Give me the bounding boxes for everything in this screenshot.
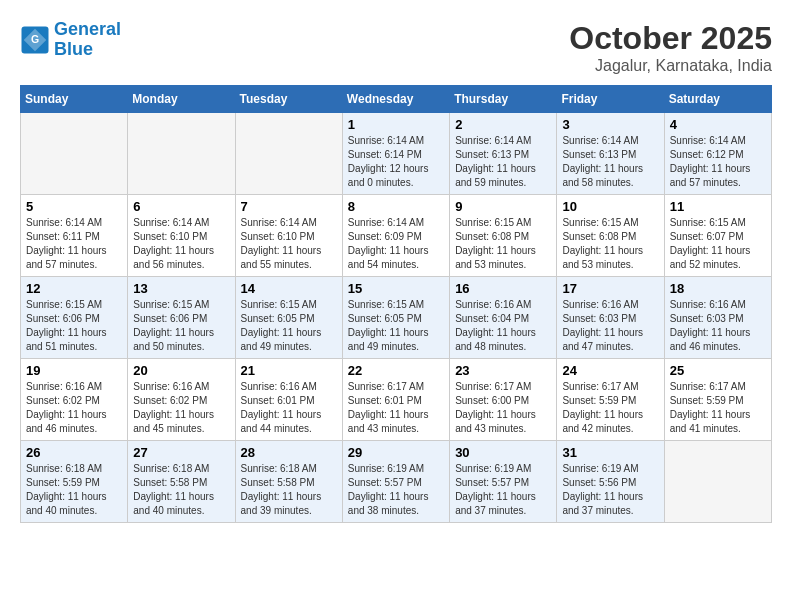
calendar-cell: [235, 113, 342, 195]
day-number: 28: [241, 445, 337, 460]
calendar-cell: 8Sunrise: 6:14 AM Sunset: 6:09 PM Daylig…: [342, 195, 449, 277]
day-number: 5: [26, 199, 122, 214]
calendar-table: SundayMondayTuesdayWednesdayThursdayFrid…: [20, 85, 772, 523]
day-info: Sunrise: 6:14 AM Sunset: 6:11 PM Dayligh…: [26, 216, 122, 272]
day-info: Sunrise: 6:14 AM Sunset: 6:09 PM Dayligh…: [348, 216, 444, 272]
day-info: Sunrise: 6:15 AM Sunset: 6:08 PM Dayligh…: [455, 216, 551, 272]
calendar-cell: 11Sunrise: 6:15 AM Sunset: 6:07 PM Dayli…: [664, 195, 771, 277]
calendar-cell: 17Sunrise: 6:16 AM Sunset: 6:03 PM Dayli…: [557, 277, 664, 359]
day-number: 30: [455, 445, 551, 460]
day-number: 15: [348, 281, 444, 296]
calendar-cell: 24Sunrise: 6:17 AM Sunset: 5:59 PM Dayli…: [557, 359, 664, 441]
calendar-cell: 3Sunrise: 6:14 AM Sunset: 6:13 PM Daylig…: [557, 113, 664, 195]
weekday-header: Monday: [128, 86, 235, 113]
day-info: Sunrise: 6:17 AM Sunset: 5:59 PM Dayligh…: [670, 380, 766, 436]
day-info: Sunrise: 6:14 AM Sunset: 6:14 PM Dayligh…: [348, 134, 444, 190]
day-info: Sunrise: 6:17 AM Sunset: 6:01 PM Dayligh…: [348, 380, 444, 436]
weekday-header: Friday: [557, 86, 664, 113]
logo-icon: G: [20, 25, 50, 55]
calendar-cell: 18Sunrise: 6:16 AM Sunset: 6:03 PM Dayli…: [664, 277, 771, 359]
calendar-cell: 29Sunrise: 6:19 AM Sunset: 5:57 PM Dayli…: [342, 441, 449, 523]
day-info: Sunrise: 6:15 AM Sunset: 6:07 PM Dayligh…: [670, 216, 766, 272]
day-info: Sunrise: 6:15 AM Sunset: 6:08 PM Dayligh…: [562, 216, 658, 272]
calendar-cell: 30Sunrise: 6:19 AM Sunset: 5:57 PM Dayli…: [450, 441, 557, 523]
calendar-cell: 19Sunrise: 6:16 AM Sunset: 6:02 PM Dayli…: [21, 359, 128, 441]
day-number: 31: [562, 445, 658, 460]
calendar-cell: 14Sunrise: 6:15 AM Sunset: 6:05 PM Dayli…: [235, 277, 342, 359]
day-number: 29: [348, 445, 444, 460]
day-info: Sunrise: 6:18 AM Sunset: 5:58 PM Dayligh…: [241, 462, 337, 518]
location-title: Jagalur, Karnataka, India: [569, 57, 772, 75]
day-number: 24: [562, 363, 658, 378]
calendar-cell: 9Sunrise: 6:15 AM Sunset: 6:08 PM Daylig…: [450, 195, 557, 277]
calendar-cell: 1Sunrise: 6:14 AM Sunset: 6:14 PM Daylig…: [342, 113, 449, 195]
calendar-cell: [128, 113, 235, 195]
calendar-week-row: 26Sunrise: 6:18 AM Sunset: 5:59 PM Dayli…: [21, 441, 772, 523]
calendar-week-row: 19Sunrise: 6:16 AM Sunset: 6:02 PM Dayli…: [21, 359, 772, 441]
calendar-cell: 26Sunrise: 6:18 AM Sunset: 5:59 PM Dayli…: [21, 441, 128, 523]
day-info: Sunrise: 6:15 AM Sunset: 6:06 PM Dayligh…: [26, 298, 122, 354]
calendar-cell: 6Sunrise: 6:14 AM Sunset: 6:10 PM Daylig…: [128, 195, 235, 277]
calendar-cell: 12Sunrise: 6:15 AM Sunset: 6:06 PM Dayli…: [21, 277, 128, 359]
day-number: 19: [26, 363, 122, 378]
day-number: 9: [455, 199, 551, 214]
calendar-cell: 23Sunrise: 6:17 AM Sunset: 6:00 PM Dayli…: [450, 359, 557, 441]
weekday-header-row: SundayMondayTuesdayWednesdayThursdayFrid…: [21, 86, 772, 113]
day-number: 12: [26, 281, 122, 296]
weekday-header: Saturday: [664, 86, 771, 113]
day-info: Sunrise: 6:14 AM Sunset: 6:10 PM Dayligh…: [133, 216, 229, 272]
calendar-cell: [21, 113, 128, 195]
day-number: 13: [133, 281, 229, 296]
day-info: Sunrise: 6:17 AM Sunset: 5:59 PM Dayligh…: [562, 380, 658, 436]
calendar-week-row: 5Sunrise: 6:14 AM Sunset: 6:11 PM Daylig…: [21, 195, 772, 277]
day-info: Sunrise: 6:14 AM Sunset: 6:13 PM Dayligh…: [562, 134, 658, 190]
day-info: Sunrise: 6:19 AM Sunset: 5:57 PM Dayligh…: [348, 462, 444, 518]
day-number: 20: [133, 363, 229, 378]
svg-text:G: G: [31, 33, 39, 45]
day-info: Sunrise: 6:15 AM Sunset: 6:06 PM Dayligh…: [133, 298, 229, 354]
month-title: October 2025: [569, 20, 772, 57]
weekday-header: Thursday: [450, 86, 557, 113]
day-info: Sunrise: 6:16 AM Sunset: 6:02 PM Dayligh…: [26, 380, 122, 436]
calendar-cell: 10Sunrise: 6:15 AM Sunset: 6:08 PM Dayli…: [557, 195, 664, 277]
logo: G General Blue: [20, 20, 121, 60]
day-number: 21: [241, 363, 337, 378]
day-info: Sunrise: 6:18 AM Sunset: 5:58 PM Dayligh…: [133, 462, 229, 518]
day-info: Sunrise: 6:16 AM Sunset: 6:03 PM Dayligh…: [562, 298, 658, 354]
day-info: Sunrise: 6:15 AM Sunset: 6:05 PM Dayligh…: [241, 298, 337, 354]
day-number: 4: [670, 117, 766, 132]
day-info: Sunrise: 6:14 AM Sunset: 6:10 PM Dayligh…: [241, 216, 337, 272]
calendar-cell: 7Sunrise: 6:14 AM Sunset: 6:10 PM Daylig…: [235, 195, 342, 277]
day-info: Sunrise: 6:16 AM Sunset: 6:04 PM Dayligh…: [455, 298, 551, 354]
title-block: October 2025 Jagalur, Karnataka, India: [569, 20, 772, 75]
day-number: 27: [133, 445, 229, 460]
day-number: 2: [455, 117, 551, 132]
day-number: 3: [562, 117, 658, 132]
day-number: 25: [670, 363, 766, 378]
weekday-header: Sunday: [21, 86, 128, 113]
calendar-cell: [664, 441, 771, 523]
calendar-cell: 2Sunrise: 6:14 AM Sunset: 6:13 PM Daylig…: [450, 113, 557, 195]
day-number: 1: [348, 117, 444, 132]
day-number: 14: [241, 281, 337, 296]
day-info: Sunrise: 6:19 AM Sunset: 5:57 PM Dayligh…: [455, 462, 551, 518]
calendar-cell: 13Sunrise: 6:15 AM Sunset: 6:06 PM Dayli…: [128, 277, 235, 359]
page-header: G General Blue October 2025 Jagalur, Kar…: [20, 20, 772, 75]
day-info: Sunrise: 6:19 AM Sunset: 5:56 PM Dayligh…: [562, 462, 658, 518]
calendar-cell: 16Sunrise: 6:16 AM Sunset: 6:04 PM Dayli…: [450, 277, 557, 359]
day-info: Sunrise: 6:16 AM Sunset: 6:01 PM Dayligh…: [241, 380, 337, 436]
calendar-cell: 21Sunrise: 6:16 AM Sunset: 6:01 PM Dayli…: [235, 359, 342, 441]
weekday-header: Wednesday: [342, 86, 449, 113]
day-number: 23: [455, 363, 551, 378]
day-info: Sunrise: 6:16 AM Sunset: 6:03 PM Dayligh…: [670, 298, 766, 354]
day-info: Sunrise: 6:15 AM Sunset: 6:05 PM Dayligh…: [348, 298, 444, 354]
calendar-cell: 25Sunrise: 6:17 AM Sunset: 5:59 PM Dayli…: [664, 359, 771, 441]
day-number: 16: [455, 281, 551, 296]
day-number: 6: [133, 199, 229, 214]
logo-text: General Blue: [54, 20, 121, 60]
calendar-week-row: 1Sunrise: 6:14 AM Sunset: 6:14 PM Daylig…: [21, 113, 772, 195]
day-info: Sunrise: 6:14 AM Sunset: 6:13 PM Dayligh…: [455, 134, 551, 190]
day-number: 18: [670, 281, 766, 296]
day-info: Sunrise: 6:18 AM Sunset: 5:59 PM Dayligh…: [26, 462, 122, 518]
day-info: Sunrise: 6:14 AM Sunset: 6:12 PM Dayligh…: [670, 134, 766, 190]
